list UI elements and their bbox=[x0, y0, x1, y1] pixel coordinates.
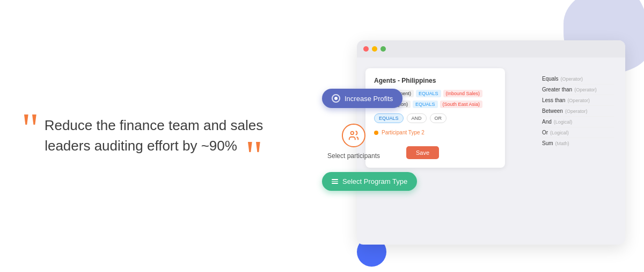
operator-row-between: Between (Operator) bbox=[542, 106, 614, 117]
quote-section: " Reduce the finance team and sales lead… bbox=[21, 116, 290, 156]
menu-line-1 bbox=[332, 179, 338, 180]
operator-type-equals: (Operator) bbox=[561, 76, 583, 82]
open-quote-mark: " bbox=[21, 116, 39, 141]
filter-btn-and[interactable]: AND bbox=[407, 113, 427, 123]
filter-btn-equals[interactable]: EQUALS bbox=[374, 113, 404, 123]
operator-row-sum: Sum (Math) bbox=[542, 138, 614, 148]
participant-label: Participant Type 2 bbox=[382, 130, 425, 135]
browser-window: FL FN VR Agents - Philippines ▸ (Departm… bbox=[357, 40, 625, 245]
operator-type-and: (Logical) bbox=[554, 119, 573, 125]
select-participants-widget[interactable]: Select participants bbox=[327, 124, 380, 160]
save-button[interactable]: Save bbox=[406, 146, 439, 159]
quote-text-line2: leaders auditing effort by ~90% " bbox=[45, 136, 264, 156]
operator-name-less: Less than bbox=[542, 97, 565, 103]
operator-name-between: Between bbox=[542, 108, 563, 114]
filter-panel: Agents - Philippines ▸ (Department) EQUA… bbox=[365, 68, 505, 168]
select-program-type-button[interactable]: Select Program Type bbox=[322, 172, 417, 191]
menu-line-2 bbox=[332, 181, 338, 182]
increase-profits-button[interactable]: Increase Profits bbox=[322, 89, 402, 108]
operator-row-or: Or (Logical) bbox=[542, 127, 614, 138]
operator-name-equals: Equals bbox=[542, 76, 559, 82]
ui-section: FL FN VR Agents - Philippines ▸ (Departm… bbox=[311, 0, 644, 272]
filter-value-sea: (South East Asia) bbox=[440, 101, 483, 108]
dot-green bbox=[380, 46, 386, 52]
filter-btn-or[interactable]: OR bbox=[430, 113, 447, 123]
dot-yellow bbox=[372, 46, 377, 52]
svg-point-0 bbox=[351, 132, 354, 135]
operator-type-sum: (Math) bbox=[555, 141, 569, 146]
operator-type-between: (Operator) bbox=[565, 109, 588, 114]
menu-icon bbox=[332, 179, 338, 184]
filter-operator-equals: EQUALS bbox=[416, 90, 441, 97]
browser-titlebar bbox=[357, 40, 625, 58]
filter-buttons-row: EQUALS AND OR bbox=[374, 113, 496, 123]
menu-line-3 bbox=[332, 183, 338, 184]
operator-row-equals: Equals (Operator) bbox=[542, 74, 614, 84]
participants-icon bbox=[342, 124, 365, 147]
operator-name-or: Or bbox=[542, 130, 548, 135]
operator-name-greater: Greater than bbox=[542, 87, 572, 92]
operator-type-less: (Operator) bbox=[567, 98, 590, 103]
filter-title: Agents - Philippines bbox=[374, 77, 496, 84]
operator-row-greater: Greater than (Operator) bbox=[542, 84, 614, 95]
operator-type-greater: (Operator) bbox=[574, 87, 597, 92]
quote-text-line1: Reduce the finance team and sales bbox=[45, 116, 264, 136]
operator-name-and: And bbox=[542, 119, 552, 125]
filter-operator-equals-2: EQUALS bbox=[413, 101, 438, 108]
operator-row-less: Less than (Operator) bbox=[542, 95, 614, 106]
operator-type-or: (Logical) bbox=[550, 130, 569, 135]
operator-name-sum: Sum bbox=[542, 140, 553, 146]
browser-content: FL FN VR Agents - Philippines ▸ (Departm… bbox=[357, 58, 625, 245]
select-participants-label: Select participants bbox=[327, 152, 380, 160]
participant-row: Participant Type 2 bbox=[374, 130, 496, 135]
filter-value-inbound: (Inbound Sales) bbox=[443, 90, 483, 97]
target-icon bbox=[332, 94, 340, 103]
dot-red bbox=[363, 46, 369, 52]
operator-panel: Equals (Operator) Greater than (Operator… bbox=[537, 68, 620, 154]
operator-row-and: And (Logical) bbox=[542, 117, 614, 127]
